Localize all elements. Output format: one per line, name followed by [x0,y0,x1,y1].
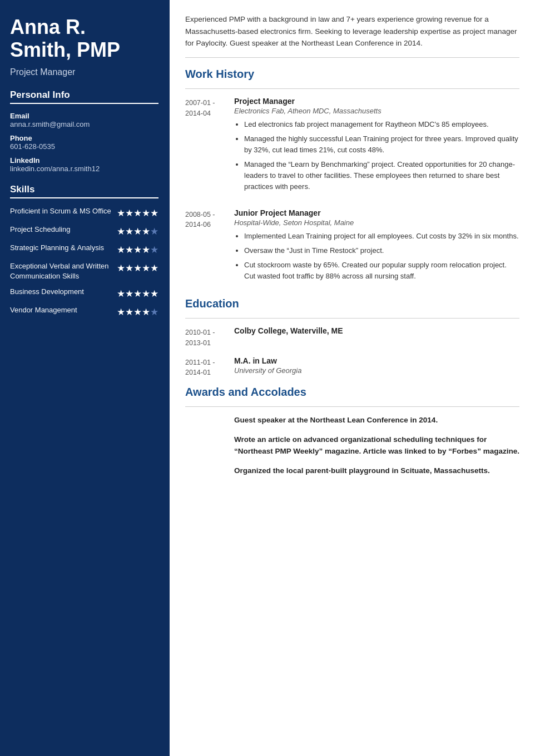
work-entry: 2008-05 - 2014-06Junior Project ManagerH… [185,208,519,286]
email-label: Email [10,112,158,120]
list-item: Managed the “Learn by Benchmarking” proj… [244,159,519,192]
skill-name: Vendor Management [10,305,112,315]
awards-container: Guest speaker at the Northeast Lean Conf… [185,415,519,477]
star-icon: ★ [142,306,150,318]
star-icon: ★ [142,262,150,274]
email-item: Email anna.r.smith@gmail.com [10,112,158,128]
list-item: Implemented Lean Training project for al… [244,231,519,242]
award-item: Wrote an article on advanced organizatio… [185,434,519,457]
linkedin-label: LinkedIn [10,156,158,165]
job-title: Project Manager [234,97,519,106]
job-date: 2007-01 - 2014-04 [185,97,229,196]
list-item: Led electronics fab project management f… [244,119,519,130]
star-icon: ★ [117,207,125,219]
star-icon: ★ [150,288,158,300]
award-item: Organized the local parent-built playgro… [185,465,519,477]
star-icon: ★ [117,244,125,256]
skill-stars: ★★★★★ [117,206,158,219]
job-date: 2008-05 - 2014-06 [185,208,229,286]
award-text: Organized the local parent-built playgro… [234,465,519,477]
job-company: Electronics Fab, Atheon MDC, Massachuset… [234,107,519,115]
skill-stars: ★★★★★ [117,305,158,318]
work-history-section: Work History 2007-01 - 2014-04Project Ma… [185,68,519,285]
star-icon: ★ [133,288,142,300]
skill-row: Vendor Management★★★★★ [10,305,158,318]
star-icon: ★ [142,226,150,237]
edu-date: 2011-01 - 2014-01 [185,356,229,379]
edu-body: M.A. in LawUniversity of Georgia [234,356,519,379]
star-icon: ★ [142,288,150,300]
edu-institution: University of Georgia [234,366,519,375]
star-icon: ★ [133,244,142,256]
skill-stars: ★★★★★ [117,243,158,256]
skill-row: Business Development★★★★★ [10,287,158,300]
edu-school: Colby College, Waterville, ME [234,326,519,335]
candidate-name: Anna R. Smith, PMP [10,16,158,62]
skill-row: Strategic Planning & Analysis★★★★★ [10,243,158,256]
star-icon: ★ [150,262,158,274]
edu-entry: 2010-01 - 2013-01Colby College, Watervil… [185,326,519,349]
jobs-container: 2007-01 - 2014-04Project ManagerElectron… [185,97,519,285]
star-icon: ★ [150,226,158,237]
personal-info-block: Email anna.r.smith@gmail.com Phone 601-6… [10,112,158,173]
star-icon: ★ [150,244,158,256]
skill-name: Business Development [10,287,112,297]
linkedin-value: linkedin.com/anna.r.smith12 [10,165,158,173]
list-item: Managed the highly successful Lean Train… [244,133,519,156]
star-icon: ★ [125,306,133,318]
star-icon: ★ [150,306,158,318]
job-title: Junior Project Manager [234,208,519,217]
skill-name: Project Scheduling [10,225,112,235]
resume-container: Anna R. Smith, PMP Project Manager Perso… [0,0,535,756]
star-icon: ★ [117,226,125,237]
job-body: Junior Project ManagerHospital-Wide, Set… [234,208,519,286]
skill-name: Strategic Planning & Analysis [10,243,112,253]
personal-info-heading: Personal Info [10,89,158,104]
star-icon: ★ [142,207,150,219]
star-icon: ★ [133,306,142,318]
award-date-col [185,434,229,457]
candidate-title: Project Manager [10,67,158,77]
awards-section: Awards and Accolades Guest speaker at th… [185,386,519,477]
star-icon: ★ [133,226,142,237]
edu-date: 2010-01 - 2013-01 [185,326,229,349]
star-icon: ★ [150,207,158,219]
work-divider [185,88,519,89]
job-company: Hospital-Wide, Seton Hospital, Maine [234,218,519,227]
skill-row: Proficient in Scrum & MS Office★★★★★ [10,206,158,219]
job-body: Project ManagerElectronics Fab, Atheon M… [234,97,519,196]
skill-name: Exceptional Verbal and Written Communica… [10,261,112,281]
phone-item: Phone 601-628-0535 [10,134,158,151]
star-icon: ★ [142,244,150,256]
star-icon: ★ [125,244,133,256]
skill-stars: ★★★★★ [117,261,158,274]
work-history-heading: Work History [185,68,519,81]
work-entry: 2007-01 - 2014-04Project ManagerElectron… [185,97,519,196]
star-icon: ★ [117,262,125,274]
star-icon: ★ [117,288,125,300]
phone-label: Phone [10,134,158,142]
star-icon: ★ [125,226,133,237]
award-text: Wrote an article on advanced organizatio… [234,434,519,457]
edu-divider [185,318,519,319]
job-bullets: Implemented Lean Training project for al… [234,231,519,282]
skills-block: Proficient in Scrum & MS Office★★★★★Proj… [10,206,158,318]
education-section: Education 2010-01 - 2013-01Colby College… [185,297,519,378]
job-bullets: Led electronics fab project management f… [234,119,519,193]
education-heading: Education [185,297,519,310]
edu-degree: M.A. in Law [234,356,519,365]
star-icon: ★ [125,262,133,274]
award-date-col [185,465,229,477]
main-content: Experienced PMP with a background in law… [170,0,535,756]
award-text: Guest speaker at the Northeast Lean Conf… [234,415,519,426]
summary-text: Experienced PMP with a background in law… [185,13,519,58]
email-value: anna.r.smith@gmail.com [10,120,158,128]
edu-entry: 2011-01 - 2014-01M.A. in LawUniversity o… [185,356,519,379]
star-icon: ★ [117,306,125,318]
skill-stars: ★★★★★ [117,225,158,237]
sidebar: Anna R. Smith, PMP Project Manager Perso… [0,0,170,756]
skill-row: Project Scheduling★★★★★ [10,225,158,237]
list-item: Oversaw the “Just in Time Restock” proje… [244,245,519,256]
skill-row: Exceptional Verbal and Written Communica… [10,261,158,281]
list-item: Cut stockroom waste by 65%. Created our … [244,260,519,282]
